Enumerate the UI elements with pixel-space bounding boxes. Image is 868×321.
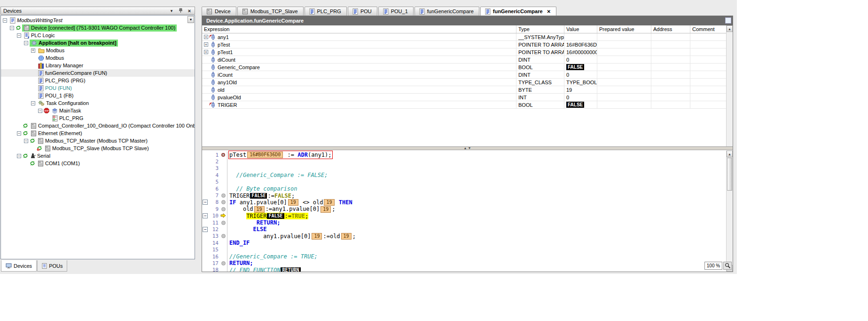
watch-row-generic-compare[interactable]: Generic_CompareBOOLFALSE	[202, 64, 726, 71]
expand-toggle[interactable]: −	[3, 18, 7, 23]
tree-item-serial[interactable]: −Serial	[1, 152, 195, 160]
expand-toggle[interactable]: −	[17, 154, 21, 158]
tree-item-ethernet-ethernet[interactable]: −Ethernet (Ethernet)	[1, 129, 195, 137]
tab-fungenericcompare[interactable]: funGenericCompare	[414, 7, 479, 16]
gutter[interactable]	[219, 152, 227, 158]
watch-row-any1old[interactable]: any1OldTYPE_CLASSTYPE_BOOL	[202, 79, 726, 86]
watch-row-icount[interactable]: iCountDINT0	[202, 71, 726, 79]
close-icon[interactable]: ✕	[547, 9, 551, 14]
gutter[interactable]	[219, 213, 227, 219]
tree-item-device-connected-751-9301-wago-compact-controller-100[interactable]: −Device [connected] (751-9301 WAGO Compa…	[1, 24, 195, 32]
tree-item-modbuswrittingtest[interactable]: −ModbusWrittingTest	[1, 16, 195, 24]
tree-item-modbus-tcp-slave-modbus-tcp-slave[interactable]: Modbus_TCP_Slave (Modbus TCP Slave)	[1, 144, 195, 152]
expand-toggle[interactable]: +	[31, 48, 35, 53]
tree-item-modbus-tcp-master-modbus-tcp-master[interactable]: −Modbus_TCP_Master (Modbus TCP Master)	[1, 137, 195, 144]
watch-row-ptest[interactable]: +pTestPOINTER TO ARRAY...16#B0F636D0	[202, 41, 726, 48]
gutter[interactable]	[219, 253, 227, 260]
dock-close-button[interactable]: ×	[187, 8, 192, 14]
token: :=	[285, 213, 291, 219]
gutter[interactable]	[219, 233, 227, 240]
scroll-up-icon[interactable]: ▲	[727, 151, 733, 157]
tree-item-modbus[interactable]: Modbus	[1, 54, 195, 62]
tree-item-task-configuration[interactable]: −Task Configuration	[1, 99, 195, 107]
code-editor[interactable]: 1pTest16#B0F636D0 := ADR(any1);234 //Gen…	[202, 151, 726, 272]
tab-pou-1[interactable]: POU_1	[378, 7, 414, 16]
column-header-value[interactable]: Value	[564, 25, 597, 33]
tab-pou[interactable]: POU	[348, 7, 377, 16]
tree-item-plc-prg-prg[interactable]: PLC_PRG (PRG)	[1, 77, 195, 84]
gutter[interactable]	[219, 206, 227, 212]
expand-toggle[interactable]: +	[204, 50, 208, 54]
scrollbar-thumb[interactable]	[727, 158, 732, 191]
tree-item-library-manager[interactable]: Library Manager	[1, 62, 195, 69]
tab-modbus-tcp-slave[interactable]: Modbus_TCP_Slave	[237, 7, 304, 16]
watch-row-ptest1[interactable]: +pTest1POINTER TO ARRAY...16#00000000	[202, 48, 726, 56]
tree-item-fungenericcompare-fun[interactable]: funGenericCompare (FUN)	[1, 69, 195, 77]
expand-toggle[interactable]: −	[24, 139, 28, 143]
column-header-prepared-value[interactable]: Prepared value	[597, 25, 651, 33]
code-line-11: 11 RETURN;	[202, 219, 726, 226]
tree-item-com1-com1[interactable]: COM1 (COM1)	[1, 160, 195, 167]
tab-device[interactable]: Device	[202, 7, 236, 16]
gutter[interactable]	[219, 219, 227, 226]
watch-row-any1[interactable]: +any1__SYSTEM.AnyType	[202, 33, 726, 41]
pane-splitter[interactable]: ▲ ▼	[202, 146, 733, 150]
scroll-up-icon[interactable]: ▲	[727, 25, 733, 32]
gutter[interactable]	[219, 199, 227, 206]
dock-menu-button[interactable]: ▾	[169, 8, 174, 14]
tree-item-application-halt-on-breakpoint[interactable]: −Application [halt on breakpoint]	[1, 39, 195, 47]
gutter[interactable]	[219, 267, 227, 272]
statusbar-tab-pous[interactable]: POUs	[37, 260, 67, 272]
gutter[interactable]	[219, 172, 227, 178]
column-header-comment[interactable]: Comment	[690, 25, 726, 33]
tree-item-modbus[interactable]: +Modbus	[1, 47, 195, 54]
dock-pin-button[interactable]	[178, 8, 183, 14]
expand-toggle[interactable]: +	[204, 42, 208, 47]
expand-toggle[interactable]: −	[24, 41, 28, 45]
tab-plc-prg[interactable]: PLC_PRG	[305, 7, 347, 16]
gutter[interactable]	[219, 179, 227, 185]
tab-fungenericcompare[interactable]: funGenericCompare✕	[480, 7, 556, 16]
watch-panel-icon[interactable]	[725, 17, 731, 24]
gutter[interactable]	[219, 192, 227, 199]
expand-toggle[interactable]: −	[17, 33, 21, 38]
watch-row-old[interactable]: oldBYTE19	[202, 86, 726, 94]
code-scrollbar[interactable]: ▲ ▼	[726, 151, 733, 272]
column-header-expression[interactable]: Expression	[202, 25, 516, 33]
watch-row-dicount[interactable]: diCountDINT0	[202, 56, 726, 64]
zoom-button[interactable]	[723, 262, 732, 270]
collapse-toggle[interactable]: −	[203, 213, 208, 218]
statement-marker-icon	[221, 221, 226, 225]
gutter[interactable]	[219, 260, 227, 266]
tree-item-label: Application [halt on breakpoint]	[39, 40, 117, 46]
tree-item-pou-fun[interactable]: POU (FUN)	[1, 84, 195, 92]
tree-item-plc-prg[interactable]: PLC_PRG	[1, 114, 195, 122]
gutter[interactable]	[219, 240, 227, 246]
collapse-toggle[interactable]: −	[203, 200, 208, 205]
statusbar-tab-devices[interactable]: Devices	[1, 260, 37, 272]
zoom-level[interactable]: 100 %	[704, 262, 722, 270]
tree-item-compact-controller-100-onboard-io-compact-controller-100-onboard-io[interactable]: Compact_Controller_100_Onboard_IO (Compa…	[1, 122, 195, 129]
expand-toggle[interactable]: −	[17, 131, 21, 136]
expand-toggle[interactable]: −	[10, 26, 14, 30]
gutter[interactable]	[219, 246, 227, 253]
gutter[interactable]	[219, 158, 227, 165]
tree-item-maintask[interactable]: −STOPMainTask	[1, 107, 195, 114]
watch-row-triger[interactable]: TRIGERBOOLFALSE	[202, 101, 726, 109]
gutter[interactable]	[219, 185, 227, 192]
column-header-address[interactable]: Address	[651, 25, 690, 33]
expand-toggle[interactable]: −	[38, 109, 42, 113]
address-cell	[651, 56, 690, 63]
expand-toggle[interactable]: +	[204, 35, 208, 39]
expand-toggle[interactable]: −	[31, 101, 35, 105]
tree-dropdown-button[interactable]: ▾	[188, 16, 194, 23]
watch-scrollbar[interactable]: ▲	[726, 25, 733, 146]
tree-item-plc-logic[interactable]: −PLC Logic	[1, 32, 195, 39]
gutter[interactable]	[219, 165, 227, 172]
watch-row-pvalueold[interactable]: pvalueOldINT0	[202, 94, 726, 101]
collapse-toggle[interactable]: −	[203, 227, 208, 232]
column-header-type[interactable]: Type	[516, 25, 564, 33]
tree-item-pou-1-fb[interactable]: POU_1 (FB)	[1, 92, 195, 99]
gutter[interactable]	[219, 226, 227, 233]
breakpoint-icon[interactable]	[221, 153, 225, 157]
